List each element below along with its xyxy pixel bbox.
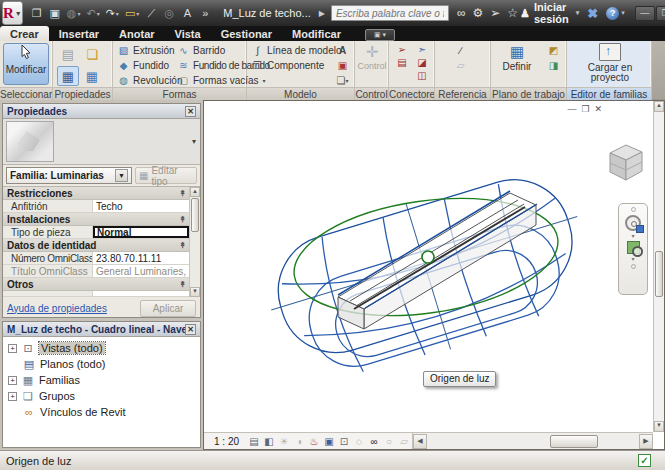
scale-button[interactable]: 1 : 20 — [204, 436, 247, 447]
tree-item-familias[interactable]: + ▦ Familias — [3, 372, 200, 388]
model-group-icon[interactable]: ❏▾ — [335, 74, 350, 87]
help-menu[interactable]: ? ▾ — [606, 7, 625, 20]
panel-label[interactable]: Propiedades — [53, 87, 112, 100]
revit-app-menu-button[interactable]: R ▼ — [2, 1, 23, 25]
sun-path-icon[interactable]: ☀ — [277, 435, 291, 448]
close-icon[interactable]: ✕ — [185, 324, 196, 335]
view-close-icon[interactable]: ✕ — [594, 104, 602, 114]
favorites-star-icon[interactable]: ☆ — [507, 7, 518, 19]
componente-button[interactable]: ❒ Componente — [251, 58, 342, 72]
panel-label[interactable]: Modelo — [247, 87, 354, 100]
param-value[interactable]: 23.80.70.11.11 — [93, 252, 189, 264]
minimize-button[interactable]: — — [635, 6, 655, 21]
scrollbar-thumb[interactable] — [550, 435, 598, 448]
edit-type-button[interactable]: ▦ Editar tipo — [135, 167, 197, 184]
electrical-connector-icon[interactable]: ➢ — [394, 44, 410, 55]
unlocked-view-icon[interactable]: ◌ — [352, 435, 366, 448]
exchange-apps-icon[interactable]: ✖ — [587, 6, 598, 21]
linea-de-modelo-button[interactable]: ∫ Línea de modelo — [251, 43, 342, 57]
expand-icon[interactable]: + — [8, 376, 17, 385]
restore-button[interactable]: ❐ — [656, 6, 665, 21]
group-header-datos-de-identidad[interactable]: Datos de identidad↟ — [3, 239, 200, 252]
tree-item-vinculos[interactable]: ∞ Vínculos de Revit — [3, 404, 200, 420]
family-type-selector[interactable]: Familia: Luminarias ▼ — [6, 167, 132, 184]
scroll-down-icon[interactable]: ▼ — [190, 287, 200, 297]
undo-button[interactable]: ↶▾ — [84, 4, 101, 22]
pipe-connector-icon[interactable]: ▤ — [394, 57, 410, 68]
reveal-hidden-lightbulb-icon[interactable]: ○ — [382, 435, 396, 448]
reference-line-icon[interactable]: ∕ — [453, 44, 468, 57]
qat-overflow-button[interactable]: » — [197, 4, 213, 22]
open-button[interactable]: ❐ — [29, 4, 45, 22]
panel-label[interactable]: Conectores — [389, 87, 434, 100]
vertical-scrollbar[interactable]: ▲ ▼ — [653, 101, 664, 432]
shadows-icon[interactable]: ◑ — [292, 435, 306, 448]
navbar-handle-icon[interactable] — [631, 207, 636, 212]
aligned-dimension-button[interactable]: ⟋ — [143, 4, 159, 22]
fundido-button[interactable]: ◆ Fundido — [117, 58, 182, 72]
crop-view-icon[interactable]: ▣ — [322, 435, 336, 448]
tab-gestionar[interactable]: Gestionar — [211, 26, 282, 41]
show-workplane-icon[interactable]: ◩ — [546, 44, 561, 57]
scroll-up-icon[interactable]: ▲ — [190, 187, 200, 197]
tab-insertar[interactable]: Insertar — [49, 26, 109, 41]
group-header-instalaciones[interactable]: Instalaciones↟ — [3, 213, 200, 226]
expand-icon[interactable]: + — [8, 392, 17, 401]
scroll-right-icon[interactable]: ▶ — [639, 434, 653, 449]
properties-help-link[interactable]: Ayuda de propiedades — [7, 303, 136, 314]
browser-title-bar[interactable]: M_Luz de techo - Cuadro lineal - Navegad… — [3, 322, 200, 337]
crop-region-icon[interactable]: ⊡ — [337, 435, 351, 448]
scroll-down-icon[interactable]: ▼ — [654, 421, 664, 432]
family-types-icon[interactable]: ▦ — [57, 66, 79, 86]
scroll-up-icon[interactable]: ▲ — [654, 101, 664, 112]
type-selector-expand-icon[interactable]: ▾ — [192, 137, 196, 146]
zoom-icon[interactable] — [627, 241, 640, 254]
text-button[interactable]: A — [179, 4, 195, 22]
type-properties-icon[interactable]: ▦ — [81, 66, 103, 86]
chevron-down-icon[interactable]: ▾ — [631, 257, 634, 261]
rendering-dialog-icon[interactable]: ♨ — [307, 435, 321, 448]
steering-wheel-icon[interactable] — [625, 215, 641, 231]
wireframe-3d-model[interactable] — [204, 101, 664, 449]
tree-item-planos[interactable]: ▤ Planos (todo) — [3, 356, 200, 372]
tab-modificar[interactable]: Modificar — [282, 26, 351, 41]
model-text-icon[interactable]: A — [335, 44, 350, 57]
tab-vista[interactable]: Vista — [165, 26, 211, 41]
workplane-viewer-icon[interactable]: ◨ — [546, 59, 561, 72]
save-button[interactable]: ▣ — [47, 4, 63, 22]
reference-plane-icon[interactable]: ▱ — [453, 59, 468, 72]
tag-button[interactable]: ◎ — [161, 4, 177, 22]
scrollbar-thumb[interactable] — [655, 251, 663, 297]
tree-item-grupos[interactable]: + ❏ Grupos — [3, 388, 200, 404]
panel-label[interactable]: Plano de trabajo — [491, 87, 566, 100]
title-expand-icon[interactable]: ▶ — [319, 9, 325, 18]
search-icon[interactable]: ∞ — [457, 7, 466, 19]
group-header-otros[interactable]: Otros↟ — [3, 278, 200, 291]
panel-label[interactable]: Seleccionar — [0, 87, 52, 100]
active-only-checkbox-icon[interactable]: ✓ — [638, 454, 651, 467]
infocenter-search-input[interactable] — [331, 5, 449, 21]
redo-button[interactable]: ↷▾ — [104, 4, 121, 22]
panel-label[interactable]: Editor de familias — [567, 87, 651, 100]
conduit-connector-icon[interactable]: ◫ — [414, 70, 430, 81]
chevron-down-icon[interactable]: ▾ — [631, 234, 634, 238]
ribbon-minimize-button[interactable]: ▣ ▾ — [365, 29, 395, 41]
subscription-icon[interactable]: ⚙ — [472, 7, 483, 19]
visual-style-icon[interactable]: ◧ — [262, 435, 276, 448]
scrollbar-thumb[interactable] — [191, 198, 199, 232]
cargar-en-proyecto-button[interactable]: ↑ Cargar en proyecto — [585, 43, 635, 83]
properties-palette-icon[interactable]: ▤ — [57, 44, 79, 64]
extrusion-button[interactable]: ▧ Extrusión — [117, 43, 182, 57]
panel-label[interactable]: Referencia — [435, 87, 490, 100]
horizontal-scrollbar[interactable]: ◀ ▶ — [412, 433, 653, 450]
expand-icon[interactable]: + — [8, 344, 17, 353]
param-value[interactable]: Techo — [93, 200, 189, 212]
apply-button[interactable]: Aplicar — [140, 300, 196, 317]
family-category-icon[interactable]: ❏ — [81, 44, 103, 64]
panel-label[interactable]: Formas — [113, 87, 246, 100]
temporary-view-properties-icon[interactable]: ▱ — [397, 435, 411, 448]
measure-button[interactable]: ▭▾ — [123, 4, 141, 22]
param-value-focused[interactable]: Normal — [93, 226, 189, 238]
drawing-area[interactable]: — ❐ ✕ ▾ ▾ Origen de luz ▲ — [203, 100, 665, 450]
duct-connector-icon[interactable]: ➣ — [414, 44, 430, 55]
